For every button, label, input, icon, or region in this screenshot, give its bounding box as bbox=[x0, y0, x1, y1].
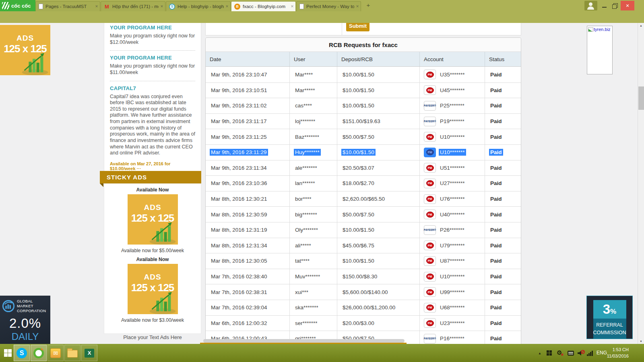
rcb-form-panel: Submit bbox=[205, 23, 521, 35]
account-cell: PM U51******* bbox=[419, 160, 485, 176]
account-number: U45******* bbox=[439, 87, 466, 94]
tray-muted-speaker-icon[interactable] bbox=[577, 350, 585, 358]
column-header: User bbox=[289, 52, 337, 66]
minimize-button[interactable] bbox=[600, 1, 609, 10]
account-number: U27******* bbox=[439, 180, 466, 187]
sticky-ads-fold bbox=[100, 183, 103, 187]
user-cell: Mar**** bbox=[289, 67, 337, 82]
profile-button[interactable] bbox=[584, 1, 597, 10]
taskbar-outlook-button[interactable] bbox=[47, 345, 64, 361]
account-cell: PM U27******* bbox=[419, 176, 485, 191]
account-cell: PM U10******* bbox=[419, 269, 485, 284]
table-row: Mar 9th, 2016 23:11:17 loj******* $151.0… bbox=[206, 113, 521, 129]
date-cell: Mar 9th, 2016 23:11:17 bbox=[206, 114, 289, 129]
referral-commission-ad[interactable]: 3% REFERRAL COMMISSION bbox=[586, 296, 633, 339]
tyren-label[interactable]: tyren.biz bbox=[594, 27, 611, 32]
user-cell: Huy******* bbox=[289, 145, 337, 160]
account-number: U23******* bbox=[439, 320, 466, 327]
deposit-rcb-cell: $150.00/$8.30 bbox=[337, 269, 419, 284]
payment-system-icon: PM bbox=[424, 318, 436, 328]
account-cell: PM U10******* bbox=[419, 145, 485, 160]
vertical-scrollbar-thumb[interactable] bbox=[638, 86, 644, 110]
gmc-banner-ad[interactable]: GLOBAL MARKET CORPORATION 2.0% DAILY bbox=[0, 296, 50, 344]
program-title-link[interactable]: YOUR PROGRAM HERE bbox=[110, 25, 195, 31]
account-cell: PM U40******* bbox=[419, 207, 485, 222]
deposit-rcb-cell: $18.00/$2.70 bbox=[337, 176, 419, 191]
browser-tab[interactable]: B fxacc - Bloghyip.com bbox=[231, 1, 296, 11]
growth-chart-icon bbox=[21, 51, 50, 75]
left-banner-ad[interactable]: ADS 125 x 125 bbox=[0, 25, 50, 75]
tab-close-icon[interactable] bbox=[224, 4, 230, 8]
payment-system-icon: PM bbox=[424, 241, 436, 250]
rcb-form-input[interactable] bbox=[206, 23, 342, 35]
referral-rate-box: 3% bbox=[593, 300, 626, 319]
tray-show-hidden-icons[interactable] bbox=[538, 352, 541, 355]
coccoc-brand-button[interactable]: cốc cốc bbox=[0, 0, 35, 11]
submit-button[interactable]: Submit bbox=[346, 23, 369, 31]
status-cell: Paid bbox=[485, 269, 521, 284]
tray-settings-alert-icon[interactable]: ✕ bbox=[557, 349, 562, 356]
excel-icon bbox=[85, 349, 94, 358]
user-cell: tat**** bbox=[289, 253, 337, 269]
tab-title: Help - bloghyip - bloghyi bbox=[178, 4, 224, 9]
tab-close-icon[interactable] bbox=[159, 4, 165, 8]
table-row: Mar 7th, 2016 02:38:31 xui*** $5,600.00/… bbox=[206, 284, 521, 300]
account-cell: PAYEER® P26******* bbox=[419, 222, 485, 238]
maximize-button[interactable] bbox=[610, 1, 620, 10]
browser-tab[interactable]: Perfect Money - Way to d bbox=[296, 1, 361, 11]
browser-tab[interactable]: Pages - TracuuMST bbox=[35, 1, 100, 11]
horizontal-scrollbar-thumb[interactable] bbox=[203, 339, 405, 343]
new-tab-button[interactable] bbox=[363, 2, 373, 9]
start-button[interactable] bbox=[4, 349, 12, 357]
program-title-link[interactable]: YOUR PROGRAM HERE bbox=[110, 55, 195, 61]
account-number: U10******* bbox=[439, 273, 466, 280]
referral-label-box: REFERRAL COMMISSION bbox=[593, 319, 626, 339]
program-title-link[interactable]: CAPITAL7 bbox=[110, 85, 195, 91]
browser-tab[interactable]: M Hộp thư đến (171) - mocc bbox=[101, 1, 165, 11]
account-cell: PM U87******* bbox=[419, 253, 485, 269]
vertical-scrollbar[interactable] bbox=[638, 23, 644, 344]
tyren-ad-link[interactable]: tyren.biz bbox=[587, 26, 613, 74]
sticky-ad-image[interactable]: ADS 125 x 125 bbox=[128, 264, 178, 314]
taskbar-excel-button[interactable] bbox=[81, 345, 97, 361]
tab-close-icon[interactable] bbox=[354, 4, 361, 8]
account-number: U35******* bbox=[439, 71, 466, 78]
tab-title: Pages - TracuuMST bbox=[45, 4, 93, 9]
taskbar-coccoc-button[interactable] bbox=[31, 345, 47, 361]
deposit-rcb-cell: $50.00/$7.50 bbox=[337, 207, 419, 222]
tab-close-icon[interactable] bbox=[93, 4, 100, 8]
tab-favicon: S bbox=[169, 4, 175, 10]
tray-clock[interactable]: 1:53 CH 11/03/2016 bbox=[604, 347, 629, 360]
payment-system-icon: PM bbox=[424, 256, 436, 266]
status-badge: Paid bbox=[489, 273, 503, 280]
status-cell: Paid bbox=[485, 316, 521, 331]
deposit-rcb-cell: $151.00/$19.63 bbox=[337, 114, 419, 129]
slot-availability-label: Available Now bbox=[104, 257, 201, 262]
browser-tab[interactable]: S Help - bloghyip - bloghyi bbox=[166, 1, 231, 11]
tray-display-icon[interactable] bbox=[568, 351, 574, 356]
tray-windows-icon[interactable] bbox=[547, 350, 552, 356]
date-cell: Mar 9th, 2016 23:11:29 bbox=[206, 145, 289, 160]
payment-system-icon: PAYEER® bbox=[424, 101, 436, 111]
tray-network-icon[interactable] bbox=[587, 351, 594, 356]
broken-image-icon bbox=[588, 27, 593, 32]
tab-favicon bbox=[39, 4, 43, 9]
account-number: U51******* bbox=[439, 165, 466, 171]
account-number: U76******* bbox=[439, 195, 466, 202]
close-window-button[interactable] bbox=[621, 1, 634, 10]
table-body: Mar 9th, 2016 23:10:47 Mar**** $10.00/$1… bbox=[206, 67, 521, 344]
account-cell: PAYEER® P16******* bbox=[419, 331, 485, 344]
column-header: Account bbox=[419, 52, 485, 66]
slot-availability-label: Available Now bbox=[104, 187, 201, 193]
file-explorer-icon bbox=[67, 350, 78, 358]
tab-close-icon[interactable] bbox=[289, 4, 295, 8]
scroll-up-arrow-icon[interactable] bbox=[638, 23, 644, 28]
scroll-down-arrow-icon[interactable] bbox=[638, 339, 644, 344]
place-text-ads-link[interactable]: Place your Text Ads Here bbox=[104, 334, 201, 340]
payment-system-icon: PM bbox=[424, 272, 436, 282]
taskbar-skype-button[interactable] bbox=[14, 345, 30, 361]
sticky-ad-image[interactable]: ADS 125 x 125 bbox=[128, 194, 178, 245]
deposit-rcb-cell: $20.00/$3.00 bbox=[337, 316, 419, 331]
deposit-rcb-cell: $2,620.00/$65.50 bbox=[337, 191, 419, 207]
taskbar-explorer-button[interactable] bbox=[64, 345, 80, 361]
